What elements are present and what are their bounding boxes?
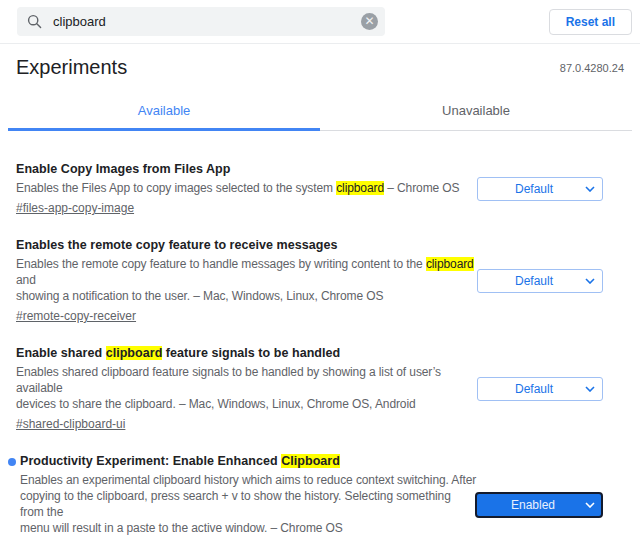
experiments-list: Enable Copy Images from Files App Enable…: [16, 162, 624, 535]
experiment-row: Enable shared clipboard feature signals …: [16, 346, 624, 432]
flag-select[interactable]: Default: [477, 269, 603, 293]
search-header: ✕ Reset all: [0, 0, 640, 44]
tab-bar: Available Unavailable: [8, 93, 632, 131]
select-wrap: Default: [477, 377, 603, 401]
clear-search-icon[interactable]: ✕: [361, 13, 378, 30]
search-field[interactable]: ✕: [17, 7, 385, 36]
experiment-title: Productivity Experiment: Enable Enhanced…: [20, 454, 477, 469]
reset-all-button[interactable]: Reset all: [549, 9, 632, 35]
experiment-title: Enable shared clipboard feature signals …: [16, 346, 477, 361]
main-content: Experiments 87.0.4280.24 Available Unava…: [0, 56, 640, 535]
select-wrap: Default: [477, 269, 603, 293]
tab-unavailable[interactable]: Unavailable: [320, 93, 632, 131]
experiment-text: Enables the remote copy feature to recei…: [16, 238, 477, 324]
experiment-permalink[interactable]: #files-app-copy-image: [16, 200, 134, 216]
experiment-title: Enable Copy Images from Files App: [16, 162, 477, 177]
page-title: Experiments: [16, 56, 127, 79]
flag-select[interactable]: Default: [477, 177, 603, 201]
experiment-control: Default: [477, 377, 624, 401]
tab-available[interactable]: Available: [8, 93, 320, 131]
experiment-permalink[interactable]: #shared-clipboard-ui: [16, 416, 125, 432]
experiment-control: Default: [477, 177, 624, 201]
experiment-row: Productivity Experiment: Enable Enhanced…: [16, 454, 624, 535]
experiment-title: Enables the remote copy feature to recei…: [16, 238, 477, 253]
experiment-description: Enables the Files App to copy images sel…: [16, 180, 477, 196]
search-icon: [27, 14, 42, 29]
experiment-description: Enables shared clipboard feature signals…: [16, 364, 477, 412]
experiment-description: Enables the remote copy feature to handl…: [16, 256, 477, 304]
experiment-description: Enables an experimental clipboard histor…: [20, 472, 477, 535]
experiment-row: Enables the remote copy feature to recei…: [16, 238, 624, 324]
flag-select[interactable]: Default: [477, 377, 603, 401]
select-wrap: Default: [477, 177, 603, 201]
version-label: 87.0.4280.24: [560, 62, 624, 74]
title-row: Experiments 87.0.4280.24: [16, 56, 624, 79]
experiment-text: Enable shared clipboard feature signals …: [16, 346, 477, 432]
search-input[interactable]: [51, 13, 361, 30]
experiment-text: Enable Copy Images from Files App Enable…: [16, 162, 477, 216]
select-wrap: Enabled: [475, 492, 603, 518]
experiment-text: Productivity Experiment: Enable Enhanced…: [16, 454, 477, 535]
experiment-permalink[interactable]: #remote-copy-receiver: [16, 308, 136, 324]
flag-select[interactable]: Enabled: [475, 492, 603, 518]
modified-indicator-dot: [8, 458, 16, 466]
experiment-control: Enabled: [477, 492, 624, 518]
experiment-row: Enable Copy Images from Files App Enable…: [16, 162, 624, 216]
experiment-control: Default: [477, 269, 624, 293]
